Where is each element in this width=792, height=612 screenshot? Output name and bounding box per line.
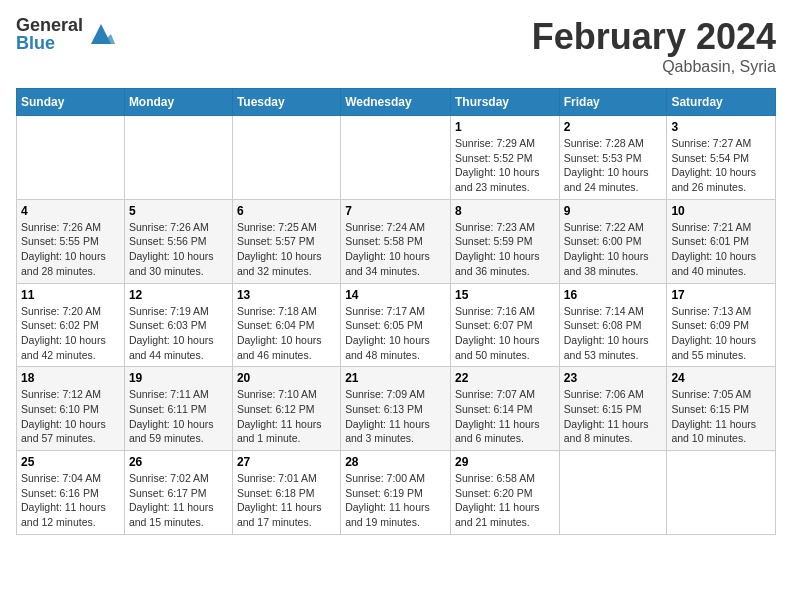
day-info: Sunrise: 7:00 AM Sunset: 6:19 PM Dayligh… <box>345 471 446 530</box>
calendar-cell: 24Sunrise: 7:05 AM Sunset: 6:15 PM Dayli… <box>667 367 776 451</box>
day-number: 7 <box>345 204 446 218</box>
calendar-cell: 6Sunrise: 7:25 AM Sunset: 5:57 PM Daylig… <box>232 199 340 283</box>
day-info: Sunrise: 6:58 AM Sunset: 6:20 PM Dayligh… <box>455 471 555 530</box>
day-number: 16 <box>564 288 663 302</box>
day-number: 2 <box>564 120 663 134</box>
day-number: 4 <box>21 204 120 218</box>
day-number: 19 <box>129 371 228 385</box>
logo-general: General <box>16 16 83 34</box>
day-info: Sunrise: 7:02 AM Sunset: 6:17 PM Dayligh… <box>129 471 228 530</box>
day-info: Sunrise: 7:11 AM Sunset: 6:11 PM Dayligh… <box>129 387 228 446</box>
day-number: 18 <box>21 371 120 385</box>
day-info: Sunrise: 7:27 AM Sunset: 5:54 PM Dayligh… <box>671 136 771 195</box>
day-number: 6 <box>237 204 336 218</box>
day-info: Sunrise: 7:20 AM Sunset: 6:02 PM Dayligh… <box>21 304 120 363</box>
calendar-cell <box>232 116 340 200</box>
calendar-week-5: 25Sunrise: 7:04 AM Sunset: 6:16 PM Dayli… <box>17 451 776 535</box>
calendar-cell <box>341 116 451 200</box>
calendar-week-3: 11Sunrise: 7:20 AM Sunset: 6:02 PM Dayli… <box>17 283 776 367</box>
calendar-cell: 18Sunrise: 7:12 AM Sunset: 6:10 PM Dayli… <box>17 367 125 451</box>
location: Qabbasin, Syria <box>532 58 776 76</box>
day-number: 24 <box>671 371 771 385</box>
calendar-cell <box>559 451 667 535</box>
day-number: 8 <box>455 204 555 218</box>
day-number: 21 <box>345 371 446 385</box>
day-info: Sunrise: 7:12 AM Sunset: 6:10 PM Dayligh… <box>21 387 120 446</box>
day-info: Sunrise: 7:10 AM Sunset: 6:12 PM Dayligh… <box>237 387 336 446</box>
calendar-cell: 11Sunrise: 7:20 AM Sunset: 6:02 PM Dayli… <box>17 283 125 367</box>
calendar-cell: 26Sunrise: 7:02 AM Sunset: 6:17 PM Dayli… <box>124 451 232 535</box>
day-info: Sunrise: 7:04 AM Sunset: 6:16 PM Dayligh… <box>21 471 120 530</box>
day-number: 12 <box>129 288 228 302</box>
day-info: Sunrise: 7:18 AM Sunset: 6:04 PM Dayligh… <box>237 304 336 363</box>
day-number: 14 <box>345 288 446 302</box>
calendar-cell: 20Sunrise: 7:10 AM Sunset: 6:12 PM Dayli… <box>232 367 340 451</box>
day-info: Sunrise: 7:25 AM Sunset: 5:57 PM Dayligh… <box>237 220 336 279</box>
day-info: Sunrise: 7:23 AM Sunset: 5:59 PM Dayligh… <box>455 220 555 279</box>
weekday-header-tuesday: Tuesday <box>232 89 340 116</box>
title-block: February 2024 Qabbasin, Syria <box>532 16 776 76</box>
calendar-cell: 16Sunrise: 7:14 AM Sunset: 6:08 PM Dayli… <box>559 283 667 367</box>
weekday-header-friday: Friday <box>559 89 667 116</box>
logo-text: General Blue <box>16 16 83 52</box>
calendar-cell: 13Sunrise: 7:18 AM Sunset: 6:04 PM Dayli… <box>232 283 340 367</box>
day-info: Sunrise: 7:28 AM Sunset: 5:53 PM Dayligh… <box>564 136 663 195</box>
weekday-header-sunday: Sunday <box>17 89 125 116</box>
day-number: 27 <box>237 455 336 469</box>
logo-icon <box>87 20 115 48</box>
weekday-header-thursday: Thursday <box>450 89 559 116</box>
day-number: 1 <box>455 120 555 134</box>
day-number: 5 <box>129 204 228 218</box>
calendar-cell: 9Sunrise: 7:22 AM Sunset: 6:00 PM Daylig… <box>559 199 667 283</box>
day-number: 10 <box>671 204 771 218</box>
calendar-cell: 19Sunrise: 7:11 AM Sunset: 6:11 PM Dayli… <box>124 367 232 451</box>
day-info: Sunrise: 7:21 AM Sunset: 6:01 PM Dayligh… <box>671 220 771 279</box>
weekday-header-saturday: Saturday <box>667 89 776 116</box>
day-number: 15 <box>455 288 555 302</box>
day-info: Sunrise: 7:01 AM Sunset: 6:18 PM Dayligh… <box>237 471 336 530</box>
day-number: 23 <box>564 371 663 385</box>
calendar-cell: 14Sunrise: 7:17 AM Sunset: 6:05 PM Dayli… <box>341 283 451 367</box>
calendar-cell: 29Sunrise: 6:58 AM Sunset: 6:20 PM Dayli… <box>450 451 559 535</box>
calendar-cell: 3Sunrise: 7:27 AM Sunset: 5:54 PM Daylig… <box>667 116 776 200</box>
month-year: February 2024 <box>532 16 776 58</box>
day-number: 29 <box>455 455 555 469</box>
logo: General Blue <box>16 16 115 52</box>
day-number: 26 <box>129 455 228 469</box>
calendar-header: SundayMondayTuesdayWednesdayThursdayFrid… <box>17 89 776 116</box>
day-number: 17 <box>671 288 771 302</box>
day-info: Sunrise: 7:06 AM Sunset: 6:15 PM Dayligh… <box>564 387 663 446</box>
day-info: Sunrise: 7:09 AM Sunset: 6:13 PM Dayligh… <box>345 387 446 446</box>
day-number: 11 <box>21 288 120 302</box>
calendar-cell: 5Sunrise: 7:26 AM Sunset: 5:56 PM Daylig… <box>124 199 232 283</box>
calendar-week-4: 18Sunrise: 7:12 AM Sunset: 6:10 PM Dayli… <box>17 367 776 451</box>
calendar-cell: 4Sunrise: 7:26 AM Sunset: 5:55 PM Daylig… <box>17 199 125 283</box>
day-number: 13 <box>237 288 336 302</box>
day-info: Sunrise: 7:05 AM Sunset: 6:15 PM Dayligh… <box>671 387 771 446</box>
calendar-cell: 28Sunrise: 7:00 AM Sunset: 6:19 PM Dayli… <box>341 451 451 535</box>
weekday-header-monday: Monday <box>124 89 232 116</box>
day-number: 22 <box>455 371 555 385</box>
day-number: 20 <box>237 371 336 385</box>
calendar-cell <box>17 116 125 200</box>
day-info: Sunrise: 7:22 AM Sunset: 6:00 PM Dayligh… <box>564 220 663 279</box>
calendar-week-2: 4Sunrise: 7:26 AM Sunset: 5:55 PM Daylig… <box>17 199 776 283</box>
weekday-header-row: SundayMondayTuesdayWednesdayThursdayFrid… <box>17 89 776 116</box>
weekday-header-wednesday: Wednesday <box>341 89 451 116</box>
day-info: Sunrise: 7:07 AM Sunset: 6:14 PM Dayligh… <box>455 387 555 446</box>
calendar-cell: 22Sunrise: 7:07 AM Sunset: 6:14 PM Dayli… <box>450 367 559 451</box>
calendar-cell: 17Sunrise: 7:13 AM Sunset: 6:09 PM Dayli… <box>667 283 776 367</box>
logo-blue: Blue <box>16 34 83 52</box>
day-info: Sunrise: 7:26 AM Sunset: 5:56 PM Dayligh… <box>129 220 228 279</box>
day-info: Sunrise: 7:14 AM Sunset: 6:08 PM Dayligh… <box>564 304 663 363</box>
calendar-cell: 7Sunrise: 7:24 AM Sunset: 5:58 PM Daylig… <box>341 199 451 283</box>
day-number: 3 <box>671 120 771 134</box>
calendar-cell: 25Sunrise: 7:04 AM Sunset: 6:16 PM Dayli… <box>17 451 125 535</box>
calendar-cell: 2Sunrise: 7:28 AM Sunset: 5:53 PM Daylig… <box>559 116 667 200</box>
calendar-cell: 15Sunrise: 7:16 AM Sunset: 6:07 PM Dayli… <box>450 283 559 367</box>
calendar-cell: 21Sunrise: 7:09 AM Sunset: 6:13 PM Dayli… <box>341 367 451 451</box>
day-number: 25 <box>21 455 120 469</box>
calendar-cell: 27Sunrise: 7:01 AM Sunset: 6:18 PM Dayli… <box>232 451 340 535</box>
calendar-table: SundayMondayTuesdayWednesdayThursdayFrid… <box>16 88 776 535</box>
day-number: 28 <box>345 455 446 469</box>
